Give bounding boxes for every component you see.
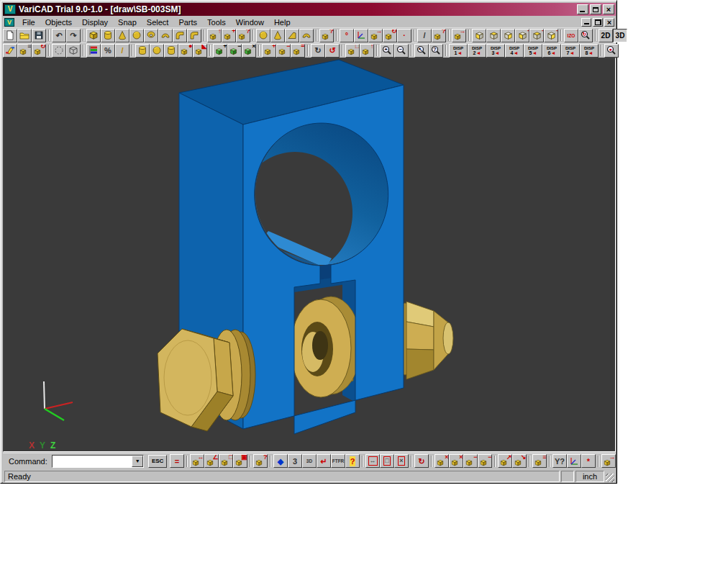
locate-solid-button[interactable]: °	[340, 29, 354, 42]
outline-view-button[interactable]	[66, 44, 81, 58]
child-close-button[interactable]: ×	[604, 18, 614, 27]
view-face-back-button[interactable]: ·	[515, 29, 529, 42]
solid-sphere-button[interactable]	[129, 29, 144, 42]
disp-3-button[interactable]: DISP3◄	[486, 44, 505, 58]
query-solid-button[interactable]: ?	[432, 29, 446, 42]
switch-3d-2d-button[interactable]: 3D	[302, 454, 317, 468]
mirror-solid-button[interactable]: ↘	[512, 454, 527, 468]
refresh-solid-button[interactable]: ↑	[360, 44, 374, 58]
resize-grip[interactable]	[606, 474, 614, 482]
menu-item-snap[interactable]: Snap	[113, 17, 142, 27]
zoom-in-button[interactable]: +	[380, 44, 394, 58]
view-face-left-button[interactable]: ·	[544, 29, 558, 42]
help-prompt-button[interactable]: ↵	[317, 454, 331, 468]
swap-view-button[interactable]: □	[345, 44, 360, 58]
delete-element-button[interactable]: ×	[449, 454, 463, 468]
disp-5-button[interactable]: DISP5◄	[524, 44, 542, 58]
rotate-ccw-button[interactable]: ↺	[325, 44, 340, 58]
solid-ball-button[interactable]	[256, 29, 270, 42]
group-solids-button[interactable]: ≡	[532, 454, 547, 468]
redo-button[interactable]: ↷	[66, 29, 81, 42]
solid-cone-button[interactable]	[115, 29, 129, 42]
move-solid-button[interactable]: →	[368, 29, 383, 42]
disp-2-button[interactable]: DISP2◄	[468, 44, 486, 58]
auto-rotate-button[interactable]: ↻	[414, 454, 429, 468]
child-minimize-button[interactable]	[581, 18, 591, 27]
fillet-edge-button[interactable]: ●	[178, 44, 193, 58]
zoom-previous-button[interactable]: ?	[429, 44, 443, 58]
file-transfer-button[interactable]: FTFR	[331, 454, 345, 468]
maximize-button[interactable]	[590, 4, 601, 14]
screw-tool-button[interactable]	[164, 44, 178, 58]
menu-item-objects[interactable]: Objects	[40, 17, 77, 27]
solid-elbow-button[interactable]	[173, 29, 187, 42]
disp-7-button[interactable]: DISP7◄	[561, 44, 580, 58]
menu-item-window[interactable]: Window	[231, 17, 269, 27]
hatch-section-button[interactable]: %	[101, 44, 115, 58]
view-face-top-button[interactable]	[486, 29, 501, 42]
dynamic-rotation-button[interactable]: ↻	[32, 44, 46, 58]
disp-8-button[interactable]: DISP8◄	[580, 44, 599, 58]
delete-solid-button[interactable]: ×	[434, 454, 449, 468]
measure-angle-button[interactable]: ∠	[204, 454, 219, 468]
menu-item-display[interactable]: Display	[77, 17, 113, 27]
remove-solid-button[interactable]: −	[276, 44, 291, 58]
extrude-solid-button[interactable]: ↑	[207, 29, 222, 42]
select-dimensions-button[interactable]: ↔	[365, 454, 380, 468]
select-window-button[interactable]: □	[380, 454, 394, 468]
axes-3d-button[interactable]	[354, 29, 368, 42]
viewport-3d[interactable]: X Y Z	[3, 58, 616, 452]
view-face-front-button[interactable]	[472, 29, 486, 42]
help-topics-button[interactable]: ?	[345, 454, 360, 468]
child-restore-button[interactable]	[593, 18, 603, 27]
measure-area-button[interactable]: □	[219, 454, 233, 468]
rotate-cw-button[interactable]: ↻	[311, 44, 325, 58]
sphere-hatch-button[interactable]	[150, 44, 164, 58]
view-2d-button[interactable]: 2D	[599, 29, 613, 42]
menu-item-select[interactable]: Select	[142, 17, 174, 27]
disp-4-button[interactable]: DISP4◄	[505, 44, 524, 58]
wireframe-mode-button[interactable]: ≡	[17, 44, 32, 58]
delete-face-button[interactable]: −	[478, 454, 492, 468]
transform-solid-button[interactable]: →	[452, 29, 466, 42]
title-bar[interactable]: V VariCAD Trial 9.0-1.0 - [draw\SB-003SM…	[3, 3, 616, 16]
solid-attributes-button[interactable]: ?	[319, 29, 334, 42]
view-face-right-button[interactable]	[501, 29, 515, 42]
library-parts-button[interactable]: ◆	[273, 454, 288, 468]
save-file-button[interactable]	[32, 29, 46, 42]
thread-tool-button[interactable]	[135, 44, 150, 58]
undo-button[interactable]: ↶	[52, 29, 66, 42]
attach-point-button[interactable]: *	[581, 454, 596, 468]
view-rotate-button[interactable]: ↻	[578, 29, 593, 42]
insert-solid-button[interactable]: +	[262, 44, 276, 58]
view-face-bottom-button[interactable]: ·	[529, 29, 544, 42]
rotate-solid-button[interactable]: ↻	[383, 29, 397, 42]
zoom-all-button[interactable]: ●	[604, 44, 619, 58]
layer-attributes-button[interactable]	[86, 44, 101, 58]
solid-half-torus-button[interactable]	[158, 29, 173, 42]
calculator-button[interactable]: =	[170, 454, 184, 468]
solid-rib-button[interactable]	[299, 29, 314, 42]
query-point-button[interactable]: Y?	[552, 454, 567, 468]
solid-torus-button[interactable]	[144, 29, 158, 42]
disp-1-button[interactable]: DISP1◄	[449, 44, 468, 58]
sketch-plane-button[interactable]: 3	[288, 454, 302, 468]
chamfer-edge-button[interactable]: ◣	[193, 44, 207, 58]
command-input[interactable]	[53, 456, 132, 466]
dynamic-pan-button[interactable]: →	[601, 454, 616, 468]
esc-button[interactable]: ESC	[148, 455, 167, 468]
deselect-all-button[interactable]: ×	[394, 454, 409, 468]
minimize-button[interactable]	[577, 4, 588, 14]
face-edit-button[interactable]: ?	[236, 29, 250, 42]
menu-item-parts[interactable]: Parts	[173, 17, 202, 27]
measure-volume-button[interactable]: ▣	[233, 454, 247, 468]
solid-pipe-button[interactable]	[187, 29, 201, 42]
open-file-button[interactable]	[17, 29, 32, 42]
boolean-add-button[interactable]: +	[213, 44, 227, 58]
close-button[interactable]: ×	[603, 4, 614, 14]
replace-solid-button[interactable]: =	[291, 44, 305, 58]
object-info-button[interactable]: ?	[253, 454, 268, 468]
copy-solid-button[interactable]: ↗	[498, 454, 512, 468]
section-solid-button[interactable]: +	[222, 29, 236, 42]
measure-distance-button[interactable]: ↔	[190, 454, 204, 468]
